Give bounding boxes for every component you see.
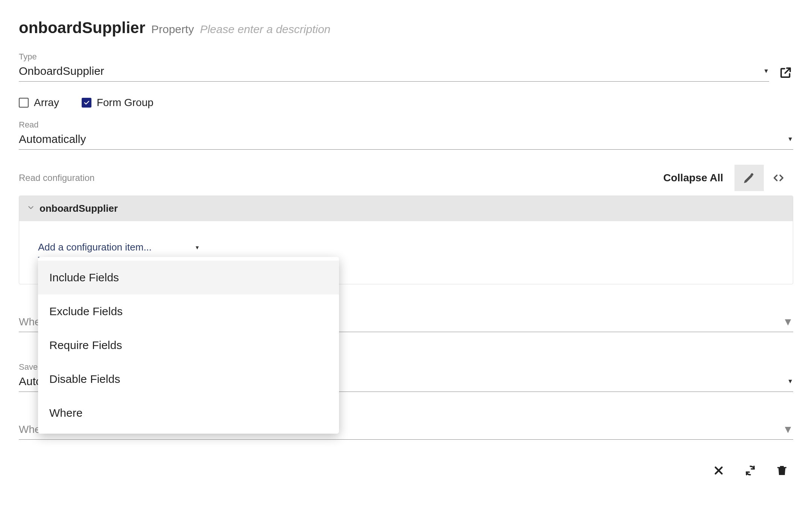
array-checkbox-item: Array [19, 97, 59, 109]
close-button[interactable] [710, 462, 727, 479]
page-title: onboardSupplier [19, 19, 145, 37]
config-tree: onboardSupplier Add a configuration item… [19, 196, 793, 284]
when-failed-placeholder: Whe [19, 316, 41, 328]
caret-down-icon: ▼ [783, 316, 793, 328]
dropdown-item-where[interactable]: Where [38, 396, 339, 430]
dropdown-item-disable-fields[interactable]: Disable Fields [38, 362, 339, 396]
open-external-button[interactable] [778, 65, 793, 80]
array-label: Array [34, 97, 59, 109]
collapse-all-button[interactable]: Collapse All [663, 172, 723, 184]
delete-button[interactable] [774, 462, 790, 479]
pencil-icon [743, 172, 756, 184]
chevron-down-icon [27, 203, 35, 214]
code-mode-button[interactable] [764, 165, 793, 191]
caret-down-icon: ▼ [763, 68, 769, 74]
when-failed-placeholder-2: Whe [19, 423, 41, 436]
refresh-button[interactable] [742, 462, 759, 479]
type-field: Type OnboardSupplier ▼ [19, 52, 793, 82]
edit-mode-button[interactable] [734, 165, 764, 191]
page-subtitle: Property [151, 23, 194, 36]
caret-down-icon: ▼ [195, 244, 200, 250]
type-label: Type [19, 52, 793, 62]
close-icon [712, 464, 725, 477]
view-mode-toggle [734, 165, 793, 191]
footer-actions [19, 462, 793, 479]
form-group-checkbox-item: Form Group [82, 97, 154, 109]
tree-root-header[interactable]: onboardSupplier [19, 196, 793, 221]
read-config-label: Read configuration [19, 173, 94, 183]
add-config-placeholder: Add a configuration item... [38, 241, 152, 253]
array-checkbox[interactable] [19, 98, 29, 108]
read-select[interactable]: Automatically ▼ [19, 131, 793, 150]
add-config-dropdown: Include Fields Exclude Fields Require Fi… [38, 257, 339, 434]
tree-root-name: onboardSupplier [40, 203, 118, 214]
open-external-icon [779, 66, 792, 79]
check-icon [83, 99, 90, 106]
dropdown-item-exclude-fields[interactable]: Exclude Fields [38, 294, 339, 328]
refresh-icon [744, 464, 757, 477]
checkbox-row: Array Form Group [19, 97, 793, 109]
read-value: Automatically [19, 133, 86, 146]
header: onboardSupplier Property Please enter a … [19, 19, 793, 37]
trash-icon [776, 464, 788, 477]
type-value: OnboardSupplier [19, 65, 104, 77]
read-label: Read [19, 120, 793, 130]
tree-body: Add a configuration item... ▼ Include Fi… [19, 221, 793, 284]
form-group-checkbox[interactable] [82, 98, 91, 108]
dropdown-item-require-fields[interactable]: Require Fields [38, 328, 339, 362]
add-config-select[interactable]: Add a configuration item... ▼ [38, 240, 200, 258]
type-select[interactable]: OnboardSupplier ▼ [19, 63, 769, 82]
read-config-header: Read configuration Collapse All [19, 165, 793, 191]
caret-down-icon: ▼ [787, 136, 793, 143]
read-field: Read Automatically ▼ [19, 120, 793, 150]
description-placeholder[interactable]: Please enter a description [200, 23, 330, 36]
code-icon [772, 172, 785, 184]
caret-down-icon: ▼ [787, 378, 793, 385]
form-group-label: Form Group [97, 97, 154, 109]
dropdown-item-include-fields[interactable]: Include Fields [38, 261, 339, 294]
caret-down-icon: ▼ [783, 423, 793, 436]
